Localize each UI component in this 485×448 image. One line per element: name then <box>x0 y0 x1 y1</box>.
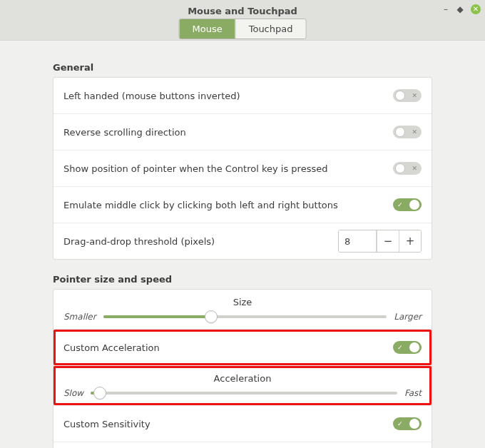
slider-size[interactable] <box>103 315 387 318</box>
tab-touchpad[interactable]: Touchpad <box>235 19 306 39</box>
label-acceleration: Acceleration <box>63 373 422 384</box>
window-title: Mouse and Touchpad <box>0 0 485 16</box>
close-button[interactable]: ✕ <box>471 4 481 14</box>
label-drag-threshold: Drag-and-drop threshold (pixels) <box>63 236 215 247</box>
label-reverse-scroll: Reverse scrolling direction <box>63 127 186 138</box>
general-card: Left handed (mouse buttons inverted) Rev… <box>53 77 432 260</box>
toggle-reverse-scroll[interactable] <box>393 126 422 138</box>
label-show-position: Show position of pointer when the Contro… <box>63 163 327 174</box>
row-drag-threshold: Drag-and-drop threshold (pixels) 8 − + <box>53 223 432 259</box>
section-label-general: General <box>14 46 471 73</box>
label-left-handed: Left handed (mouse buttons inverted) <box>63 91 240 101</box>
maximize-button[interactable]: ◆ <box>456 6 464 13</box>
label-emulate-middle: Emulate middle click by clicking both le… <box>63 200 338 210</box>
row-size: Size Smaller Larger <box>53 290 432 329</box>
tab-mouse[interactable]: Mouse <box>180 19 235 39</box>
row-reverse-scroll: Reverse scrolling direction <box>53 113 432 150</box>
slider-accel-knob[interactable] <box>93 387 106 399</box>
row-custom-accel: Custom Acceleration <box>53 329 432 365</box>
toggle-emulate-middle[interactable] <box>393 198 422 211</box>
row-emulate-middle: Emulate middle click by clicking both le… <box>53 186 432 223</box>
size-max-label: Larger <box>394 312 422 322</box>
label-custom-sensitivity: Custom Sensitivity <box>63 419 150 429</box>
slider-acceleration[interactable] <box>91 392 397 394</box>
slider-size-fill <box>103 315 211 318</box>
size-min-label: Smaller <box>63 312 96 322</box>
toggle-custom-accel[interactable] <box>393 341 422 354</box>
window-controls: – ◆ ✕ <box>442 4 481 14</box>
accel-min-label: Slow <box>63 388 83 398</box>
label-custom-accel: Custom Acceleration <box>63 342 160 353</box>
content: General Left handed (mouse buttons inver… <box>0 41 485 448</box>
row-custom-sensitivity: Custom Sensitivity <box>53 405 432 442</box>
spinbox-decrement[interactable]: − <box>377 230 399 252</box>
spinbox-drag-threshold: 8 − + <box>338 230 422 253</box>
spinbox-value[interactable]: 8 <box>339 230 377 252</box>
minimize-button[interactable]: – <box>442 6 449 13</box>
window-header: Mouse and Touchpad – ◆ ✕ Mouse Touchpad <box>0 0 485 41</box>
row-left-handed: Left handed (mouse buttons inverted) <box>53 78 432 113</box>
settings-window: Mouse and Touchpad – ◆ ✕ Mouse Touchpad … <box>0 0 485 448</box>
pointer-card: Size Smaller Larger Custom Acceleration … <box>53 289 432 448</box>
slider-size-knob[interactable] <box>205 310 218 323</box>
row-acceleration: Acceleration Slow Fast <box>53 365 432 405</box>
tabbar: Mouse Touchpad <box>179 19 307 39</box>
toggle-custom-sensitivity[interactable] <box>393 417 422 430</box>
accel-max-label: Fast <box>404 388 422 398</box>
section-label-pointer: Pointer size and speed <box>14 274 471 285</box>
label-size: Size <box>63 297 422 307</box>
row-sensitivity: Sensitivity Low High <box>53 442 432 448</box>
toggle-left-handed[interactable] <box>393 89 422 102</box>
toggle-show-position[interactable] <box>393 162 422 175</box>
spinbox-increment[interactable]: + <box>399 230 421 252</box>
row-show-position: Show position of pointer when the Contro… <box>53 150 432 186</box>
